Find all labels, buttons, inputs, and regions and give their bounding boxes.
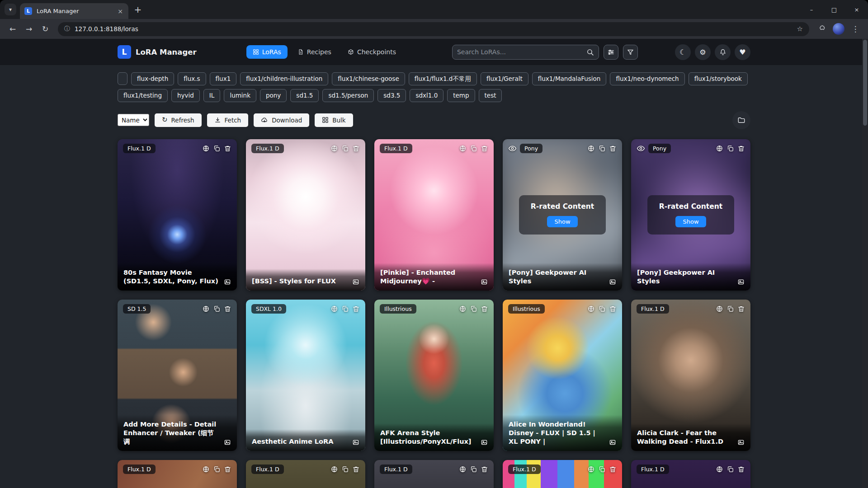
folder-chip[interactable]: flux1/testing — [118, 89, 168, 102]
lora-card[interactable]: Flux.1 D — [118, 460, 237, 488]
globe-icon[interactable] — [459, 145, 467, 152]
globe-icon[interactable] — [202, 465, 210, 473]
folder-chip[interactable]: temp — [447, 89, 475, 102]
site-info-icon[interactable]: ⓘ — [64, 25, 70, 33]
copy-icon[interactable] — [470, 305, 477, 313]
open-folder-button[interactable] — [732, 111, 750, 129]
notifications-button[interactable] — [715, 44, 731, 60]
picture-icon[interactable] — [737, 439, 745, 446]
globe-icon[interactable] — [330, 145, 338, 152]
browser-menu-icon[interactable]: ⋮ — [848, 22, 863, 36]
trash-icon[interactable] — [224, 305, 231, 313]
nav-tab-recipes[interactable]: Recipes — [291, 45, 338, 59]
picture-icon[interactable] — [224, 439, 231, 446]
copy-icon[interactable] — [598, 465, 606, 473]
filter-button[interactable] — [623, 45, 638, 60]
globe-icon[interactable] — [587, 145, 595, 152]
page-scrollbar[interactable] — [862, 39, 868, 488]
lora-card[interactable]: Flux.1 D — [246, 460, 365, 488]
trash-icon[interactable] — [609, 305, 617, 313]
folder-chip[interactable]: sdxl1.0 — [410, 89, 443, 102]
picture-icon[interactable] — [737, 278, 745, 286]
globe-icon[interactable] — [459, 305, 467, 313]
bookmark-star-icon[interactable]: ☆ — [797, 25, 803, 33]
lora-card[interactable]: Flux.1 D Alicia Clark - Fear the Walking… — [631, 300, 750, 451]
url-bar[interactable]: ⓘ 127.0.0.1:8188/loras ☆ — [58, 22, 809, 36]
trash-icon[interactable] — [609, 465, 617, 473]
trash-icon[interactable] — [481, 145, 488, 152]
copy-icon[interactable] — [598, 145, 606, 152]
folder-chip[interactable]: sd1.5 — [290, 89, 319, 102]
folder-chip[interactable]: sd3.5 — [377, 89, 406, 102]
folder-chip[interactable]: lumink — [224, 89, 256, 102]
lora-card[interactable]: Flux.1 D 80s Fantasy Movie (SD1.5, SDXL,… — [118, 139, 237, 291]
lora-card[interactable]: Pony R-rated Content Show [Pony] Geekpow… — [631, 139, 750, 291]
eye-icon[interactable] — [508, 144, 517, 153]
copy-icon[interactable] — [470, 465, 477, 473]
tab-search-button[interactable]: ▾ — [5, 4, 16, 15]
lora-card[interactable]: SDXL 1.0 Aesthetic Anime LoRA — [246, 300, 365, 451]
back-button[interactable]: ← — [5, 22, 20, 36]
scrollbar-thumb[interactable] — [863, 40, 867, 126]
trash-icon[interactable] — [352, 305, 360, 313]
refresh-button[interactable]: ↻ Refresh — [155, 113, 202, 127]
lora-card[interactable]: Flux.1 D — [631, 460, 750, 488]
picture-icon[interactable] — [224, 278, 231, 286]
trash-icon[interactable] — [352, 145, 360, 152]
copy-icon[interactable] — [213, 305, 221, 313]
trash-icon[interactable] — [737, 465, 745, 473]
globe-icon[interactable] — [716, 145, 723, 152]
copy-icon[interactable] — [726, 465, 734, 473]
window-maximize-button[interactable]: □ — [823, 0, 845, 19]
picture-icon[interactable] — [481, 278, 488, 286]
folder-chip[interactable]: flux1/chinese-goose — [332, 72, 405, 85]
trash-icon[interactable] — [609, 145, 617, 152]
bulk-button[interactable]: Bulk — [315, 113, 353, 127]
folder-chip[interactable]: flux1/MandalaFusion — [532, 72, 607, 85]
copy-icon[interactable] — [726, 305, 734, 313]
globe-icon[interactable] — [330, 305, 338, 313]
tab-close-icon[interactable]: × — [117, 8, 124, 15]
picture-icon[interactable] — [609, 278, 616, 286]
copy-icon[interactable] — [213, 145, 221, 152]
profile-avatar[interactable] — [833, 23, 844, 35]
globe-icon[interactable] — [716, 305, 723, 313]
nav-tab-loras[interactable]: LoRAs — [246, 45, 288, 59]
copy-icon[interactable] — [598, 305, 606, 313]
eye-icon[interactable] — [637, 144, 645, 153]
fetch-button[interactable]: Fetch — [207, 113, 249, 127]
browser-tab[interactable]: L LoRA Manager × — [20, 3, 128, 19]
show-content-button[interactable]: Show — [675, 216, 706, 227]
trash-icon[interactable] — [224, 145, 231, 152]
sort-options-button[interactable] — [604, 45, 618, 60]
lora-card[interactable]: SD 1.5 Add More Details - Detail Enhance… — [118, 300, 237, 451]
copy-icon[interactable] — [470, 145, 477, 152]
nav-tab-checkpoints[interactable]: Checkpoints — [341, 45, 402, 59]
picture-icon[interactable] — [352, 278, 359, 286]
folder-chip[interactable]: flux1/flux1.d不常用 — [409, 72, 477, 85]
forward-button[interactable]: → — [22, 22, 36, 36]
folder-chip[interactable]: flux1 — [210, 72, 237, 85]
search-icon[interactable] — [586, 48, 594, 56]
new-tab-button[interactable]: + — [131, 3, 145, 16]
favorites-button[interactable]: ♥ — [735, 44, 750, 60]
folder-chip[interactable]: flux.s — [178, 72, 206, 85]
lora-card[interactable]: Flux.1 D [BSS] - Styles for FLUX — [246, 139, 365, 291]
settings-button[interactable]: ⚙ — [695, 44, 711, 60]
picture-icon[interactable] — [352, 439, 359, 446]
lora-card[interactable]: Illustrious Alice In Wonderland! Disney … — [503, 300, 622, 451]
folder-chip[interactable]: flux-depth — [131, 72, 174, 85]
folder-chip[interactable]: pony — [260, 89, 287, 102]
copy-icon[interactable] — [726, 145, 734, 152]
folder-chip[interactable]: flux1/Geralt — [481, 72, 528, 85]
trash-icon[interactable] — [224, 465, 231, 473]
search-input[interactable] — [457, 48, 583, 56]
folder-chip[interactable]: flux1/storybook — [689, 72, 748, 85]
lora-card[interactable]: Illustrious AFK Arena Style [Illustrious… — [374, 300, 494, 451]
sort-select[interactable]: Name — [118, 114, 149, 126]
globe-icon[interactable] — [202, 305, 210, 313]
picture-icon[interactable] — [609, 439, 616, 446]
lora-card[interactable]: Pony R-rated Content Show [Pony] Geekpow… — [503, 139, 622, 291]
copy-icon[interactable] — [341, 145, 349, 152]
globe-icon[interactable] — [330, 465, 338, 473]
